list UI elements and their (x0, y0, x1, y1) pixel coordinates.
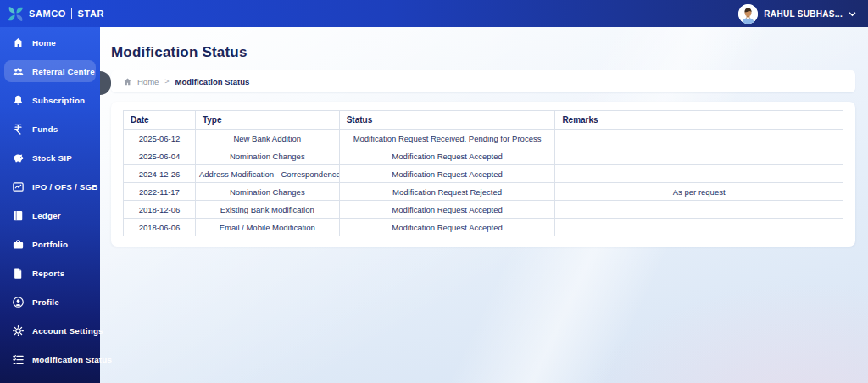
sidebar-item-home[interactable]: Home (4, 31, 96, 53)
gear-icon (11, 324, 25, 337)
table-cell: 2018-06-06 (124, 219, 196, 236)
sidebar-item-profile[interactable]: Profile (4, 291, 96, 313)
table-cell (555, 165, 843, 183)
sidebar-item-label: Funds (32, 125, 58, 134)
table-cell (555, 130, 843, 147)
sidebar-item-ledger[interactable]: Ledger (4, 204, 96, 226)
checklist-icon (11, 352, 25, 366)
table-cell: As per request (555, 183, 843, 201)
sidebar-item-label: Reports (32, 269, 64, 278)
sidebar-item-reports[interactable]: Reports (4, 262, 96, 284)
table-row: 2025-06-12New Bank AdditionModification … (124, 130, 843, 147)
sidebar-item-label: Profile (32, 297, 59, 307)
table-cell: Modification Request Accepted (339, 201, 555, 219)
briefcase-icon (11, 237, 25, 251)
sidebar-item-funds[interactable]: Funds (4, 118, 96, 140)
sidebar-item-referral-centre[interactable]: Referral Centre (4, 60, 96, 82)
table-cell: 2018-12-06 (124, 201, 196, 219)
table-cell: Modification Request Accepted (339, 147, 555, 165)
sidebar-item-label: Home (32, 38, 56, 47)
rupee-icon (11, 122, 25, 136)
chevron-down-icon (849, 11, 856, 17)
breadcrumb-current: Modification Status (175, 77, 250, 86)
table-cell: Modification Request Accepted (339, 165, 555, 183)
brand-suffix: STAR (77, 8, 104, 19)
table-row: 2025-06-04Nomination ChangesModification… (124, 147, 843, 165)
table-cell: Modification Request Accepted (339, 219, 555, 236)
sidebar-item-portfolio[interactable]: Portfolio (4, 233, 96, 255)
table-cell: 2025-06-04 (124, 147, 196, 165)
sidebar-nav: Home Referral Centre Subscription Funds … (0, 27, 100, 383)
sidebar-item-subscription[interactable]: Subscription (4, 89, 96, 111)
user-avatar (738, 4, 758, 24)
table-row: 2022-11-17Nomination ChangesModification… (124, 183, 843, 201)
table-row: 2024-12-26Address Modification - Corresp… (124, 165, 843, 183)
table-cell: Email / Mobile Modification (195, 219, 339, 236)
table-cell: 2025-06-12 (124, 130, 196, 147)
samco-pinwheel-logo-icon (8, 6, 24, 22)
table-cell: 2024-12-26 (124, 165, 196, 183)
table-cell (555, 219, 843, 236)
table-cell: 2022-11-17 (124, 183, 196, 201)
sidebar-item-label: Referral Centre (32, 67, 95, 76)
column-header-status: Status (339, 111, 555, 130)
brand-divider (71, 8, 73, 19)
brand-name: SAMCO (29, 8, 66, 19)
breadcrumb-home-link[interactable]: Home (137, 77, 159, 86)
table-row: 2018-06-06Email / Mobile ModificationMod… (124, 219, 843, 236)
table-cell: Nomination Changes (195, 183, 339, 201)
user-name: RAHUL SUBHAS... (764, 9, 843, 19)
column-header-type: Type (195, 111, 339, 130)
sidebar-item-label: Ledger (32, 211, 61, 220)
referral-icon (11, 64, 25, 78)
table-row: 2018-12-06Existing Bank ModificationModi… (124, 201, 843, 219)
sidebar-item-label: Modification Status (32, 355, 112, 364)
home-icon (11, 36, 25, 49)
document-icon (11, 266, 25, 280)
sidebar-item-stock-sip[interactable]: Stock SIP (4, 147, 96, 169)
table-cell: New Bank Addition (195, 130, 339, 147)
user-icon (11, 295, 25, 308)
chart-icon (11, 180, 25, 193)
piggy-bank-icon (11, 151, 25, 164)
table-cell: Address Modification - Correspondence (195, 165, 339, 183)
table-cell: Existing Bank Modification (195, 201, 339, 219)
table-cell: Nomination Changes (195, 147, 339, 165)
sidebar-item-account-settings[interactable]: Account Settings (4, 319, 96, 341)
sidebar-item-modification-status[interactable]: Modification Status (4, 348, 96, 370)
brand-logo[interactable]: SAMCO STAR (0, 6, 100, 22)
table-cell (555, 201, 843, 219)
top-header-bar: SAMCO STAR RAHUL SUBHAS... (0, 0, 868, 27)
user-menu[interactable]: RAHUL SUBHAS... (738, 4, 856, 24)
sidebar-item-label: Subscription (32, 96, 85, 105)
sidebar-item-label: IPO / OFS / SGB (32, 182, 98, 192)
column-header-remarks: Remarks (555, 111, 843, 130)
breadcrumb-separator: > (164, 77, 169, 86)
modification-status-card: DateTypeStatusRemarks 2025-06-12New Bank… (111, 102, 855, 247)
modification-status-table: DateTypeStatusRemarks 2025-06-12New Bank… (123, 110, 843, 236)
book-icon (11, 208, 25, 222)
table-cell (555, 147, 843, 165)
breadcrumb: Home > Modification Status (111, 70, 855, 92)
main-content: Modification Status Home > Modification … (100, 27, 868, 383)
table-header-row: DateTypeStatusRemarks (124, 111, 843, 130)
table-cell: Modification Request Received. Pending f… (339, 130, 555, 147)
home-icon (123, 77, 132, 86)
page-title: Modification Status (111, 44, 868, 61)
sidebar-item-label: Account Settings (32, 326, 103, 336)
table-cell: Modification Request Rejected (339, 183, 555, 201)
column-header-date: Date (124, 111, 196, 130)
sidebar-item-label: Portfolio (32, 240, 68, 249)
sidebar-item-label: Stock SIP (32, 153, 72, 163)
bell-icon (11, 93, 25, 107)
sidebar-item-ipo-ofs-sgb[interactable]: IPO / OFS / SGB (4, 175, 96, 197)
